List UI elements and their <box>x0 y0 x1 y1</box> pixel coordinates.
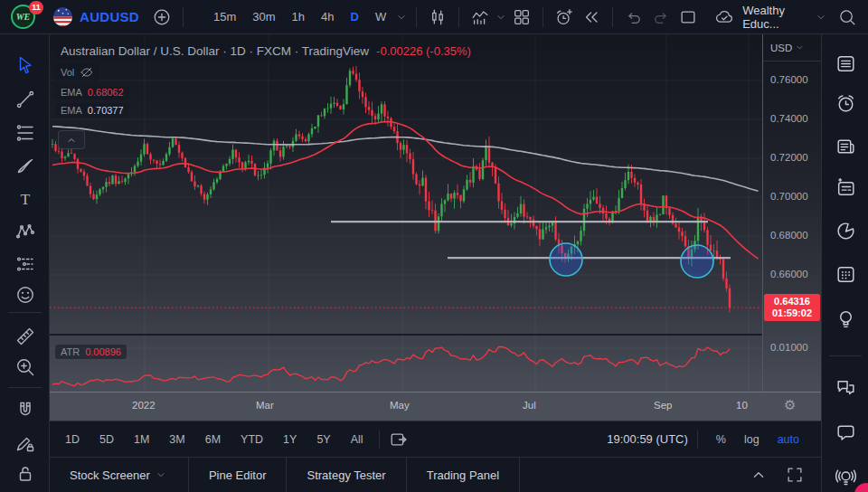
price-axis-currency[interactable]: USD <box>763 34 822 62</box>
fullscreen-icon[interactable] <box>781 461 808 488</box>
text-tool-icon[interactable]: T <box>13 186 37 211</box>
forecast-tool-icon[interactable] <box>13 251 37 276</box>
bar-replay-icon[interactable] <box>578 4 605 31</box>
xabcd-pattern-tool-icon[interactable] <box>13 219 37 243</box>
price-axis[interactable]: USD 0.64316 01:59:02 0.01000 0.760000.74… <box>762 34 821 392</box>
chart-title[interactable]: Australian Dollar / U.S. Dollar · 1D · F… <box>61 44 369 58</box>
create-alert-icon[interactable] <box>551 4 578 31</box>
ema-fast-label[interactable]: EMA <box>61 87 82 98</box>
range-all[interactable]: All <box>341 433 373 446</box>
ema-slow-label[interactable]: EMA <box>61 105 82 116</box>
account-name: Wealthy Educ... <box>742 4 814 31</box>
svg-text:T: T <box>20 190 30 207</box>
panel-expand-chevron-icon[interactable] <box>745 461 772 488</box>
atr-value: 0.00896 <box>85 346 121 357</box>
tradingview-app: WE 11 AUDUSD 15m30m1h4hDW <box>0 0 868 492</box>
redo-icon[interactable] <box>647 4 675 31</box>
brush-tool-icon[interactable] <box>13 153 37 177</box>
emoji-tool-icon[interactable] <box>13 282 37 307</box>
collapse-legend-button[interactable] <box>58 130 85 149</box>
toolbar-separator <box>183 7 184 27</box>
account-chevron-down-icon <box>814 10 828 24</box>
bar-countdown: 01:59:02 <box>772 308 812 319</box>
session-clock[interactable]: 19:00:59 (UTC) <box>607 432 688 446</box>
tab-separator <box>519 458 520 492</box>
atr-axis-tick: 0.01000 <box>770 342 808 353</box>
tab-pine-editor[interactable]: Pine Editor <box>189 458 287 492</box>
hotlists-icon[interactable] <box>834 219 858 243</box>
legend-ema-fast-row[interactable]: EMA 0.68062 <box>55 85 476 99</box>
indicators-chevron-down-icon[interactable] <box>494 10 508 24</box>
chart-region[interactable]: Australian Dollar / U.S. Dollar · 1D · F… <box>50 34 821 421</box>
broker-logo[interactable]: WE 11 <box>11 4 38 31</box>
private-chat-icon[interactable] <box>834 420 858 444</box>
eye-hidden-icon[interactable] <box>80 65 94 80</box>
go-to-date-icon[interactable] <box>385 426 412 453</box>
atr-label[interactable]: ATR <box>61 346 80 357</box>
calendar-icon[interactable] <box>834 262 858 287</box>
timeframe-4h[interactable]: 4h <box>313 10 342 24</box>
timeframe-D[interactable]: D <box>343 10 367 24</box>
timeframe-W[interactable]: W <box>367 10 394 24</box>
tab-stock-screener[interactable]: Stock Screener <box>50 458 188 492</box>
search-icon[interactable] <box>834 4 861 31</box>
timeframe-1h[interactable]: 1h <box>284 10 313 24</box>
percent-scale-button[interactable]: % <box>707 433 735 446</box>
lock-all-tool-icon[interactable] <box>13 461 37 486</box>
time-tick-Sep: Sep <box>654 400 672 411</box>
cloud-account-menu[interactable]: Wealthy Educ... <box>712 4 828 31</box>
chart-style-candles-icon[interactable] <box>424 4 451 31</box>
price-change: -0.00226 (-0.35%) <box>376 44 471 58</box>
alerts-icon[interactable] <box>834 91 858 116</box>
streams-icon[interactable] <box>834 465 858 489</box>
news-icon[interactable] <box>834 135 858 159</box>
tab-strategy-tester[interactable]: Strategy Tester <box>287 458 405 492</box>
timeframe-15m[interactable]: 15m <box>205 10 244 24</box>
log-scale-button[interactable]: log <box>735 433 769 446</box>
atr-legend-row[interactable]: ATR 0.00896 <box>55 343 127 359</box>
timezone-settings-gear-icon[interactable]: ⚙ <box>784 397 796 413</box>
auto-scale-button[interactable]: auto <box>769 433 808 446</box>
top-toolbar: WE 11 AUDUSD 15m30m1h4hDW <box>0 0 868 34</box>
range-1d[interactable]: 1D <box>55 433 90 446</box>
notes-icon[interactable] <box>834 175 858 200</box>
multichart-layout-icon[interactable] <box>508 4 535 31</box>
measure-tool-icon[interactable] <box>13 324 37 348</box>
volume-label[interactable]: Vol <box>61 67 74 78</box>
compare-add-icon[interactable] <box>148 4 175 31</box>
trend-line-tool-icon[interactable] <box>13 87 37 111</box>
symbol-name[interactable]: AUDUSD <box>80 9 139 24</box>
timeframe-chevron-down-icon[interactable] <box>394 10 409 24</box>
toolbar-separator <box>458 7 459 27</box>
range-1m[interactable]: 1M <box>124 433 159 446</box>
ideas-icon[interactable] <box>834 307 858 331</box>
range-buttons: 1D5D1M3M6MYTD1Y5YAll <box>55 433 373 446</box>
range-5y[interactable]: 5Y <box>307 433 340 446</box>
topbar-right-group: Wealthy Educ... <box>675 4 861 31</box>
fib-tool-icon[interactable] <box>13 120 37 145</box>
magnet-tool-icon[interactable] <box>13 398 37 422</box>
legend-volume-row[interactable]: Vol <box>55 63 476 81</box>
pane-separator <box>50 334 762 336</box>
legend-ema-slow-row[interactable]: EMA 0.70377 <box>55 103 476 118</box>
undo-icon[interactable] <box>620 4 647 31</box>
save-layout-icon[interactable] <box>675 4 702 31</box>
range-1y[interactable]: 1Y <box>273 433 307 446</box>
range-6m[interactable]: 6M <box>195 433 231 446</box>
time-axis[interactable]: ⚙ 2022MarMayJulSep10 <box>50 392 821 421</box>
tab-trading-panel[interactable]: Trading Panel <box>407 458 519 492</box>
watchlist-icon[interactable] <box>834 52 858 76</box>
toolbar-separator <box>416 7 417 27</box>
range-ytd[interactable]: YTD <box>231 433 273 446</box>
range-3m[interactable]: 3M <box>159 433 194 446</box>
public-chats-icon[interactable] <box>834 375 858 400</box>
indicators-icon[interactable] <box>467 4 494 31</box>
drawing-lock-tool-icon[interactable] <box>13 430 37 455</box>
zoom-in-tool-icon[interactable] <box>13 355 37 379</box>
timeframe-30m[interactable]: 30m <box>244 10 283 24</box>
legend-title-row[interactable]: Australian Dollar / U.S. Dollar · 1D · F… <box>55 43 476 60</box>
screener-chevron-down-icon <box>154 468 168 482</box>
range-5d[interactable]: 5D <box>90 433 124 446</box>
time-tick-Mar: Mar <box>256 400 274 411</box>
cursor-tool-icon[interactable] <box>13 52 37 77</box>
